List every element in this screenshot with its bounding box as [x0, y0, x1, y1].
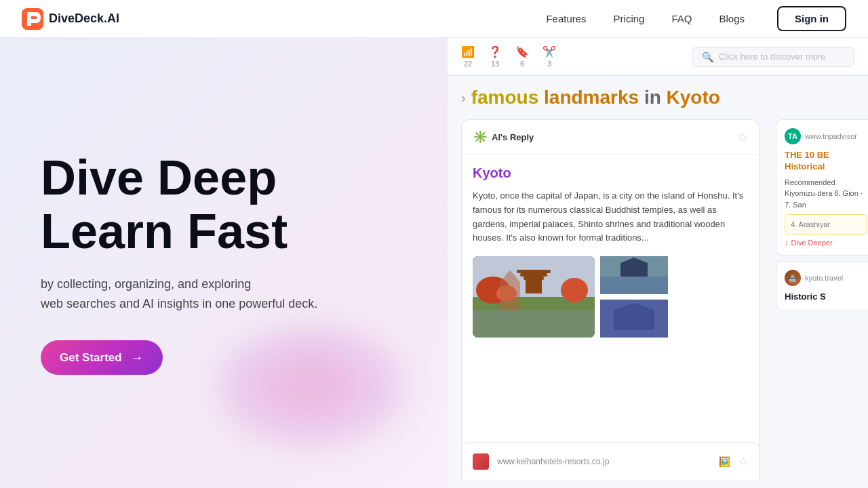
- kyoto-image-svg: [473, 256, 595, 338]
- kyoto-image-2: [600, 256, 668, 294]
- search-icon: 🔍: [702, 52, 713, 62]
- query-word2: landmarks: [544, 87, 639, 108]
- search-placeholder: Click here to discover more: [719, 52, 826, 62]
- brand-name: DiveDeck.AI: [49, 12, 119, 26]
- hero-title-line1: Dive Deep: [41, 150, 277, 205]
- keihan-card: www.keihanhotels-resorts.co.jp 🖼️ ☆: [461, 442, 760, 480]
- query-text: famous landmarks in Kyoto: [471, 87, 720, 108]
- stat-bookmarks-value: 6: [520, 60, 524, 68]
- dive-deeper-icon: ↓: [785, 239, 789, 247]
- ai-magic-icon: ✳️: [473, 129, 488, 144]
- ai-card-body: Kyoto Kyoto, once the capital of Japan, …: [462, 155, 759, 452]
- ai-reply-card: ✳️ AI's Reply ☆ Kyoto Kyoto, once the ca…: [461, 119, 760, 480]
- bookmark-icon: 🔖: [515, 45, 529, 58]
- ai-reply-label: AI's Reply: [492, 132, 534, 142]
- stat-signals: 📶 22: [461, 45, 475, 68]
- svg-rect-6: [524, 277, 544, 280]
- svg-rect-14: [620, 263, 648, 277]
- tripadvisor-dive-deeper[interactable]: ↓ Dive Deeper: [785, 239, 867, 247]
- cards-area: ✳️ AI's Reply ☆ Kyoto Kyoto, once the ca…: [448, 119, 868, 480]
- chevron-icon: ›: [461, 90, 466, 106]
- kyoto-main-image: [473, 256, 595, 338]
- kyoto-travel-header: 🏯 kyoto.travel: [785, 270, 867, 286]
- keihan-icon: [473, 453, 489, 470]
- hero-subtitle: by collecting, organizing, and exploring…: [41, 274, 407, 314]
- tripadvisor-body: Recommended Kiyomizu-dera 6. Gion · 7. S…: [785, 177, 867, 211]
- kyoto-image-3: [600, 300, 668, 338]
- ai-card-body-text: Kyoto, once the capital of Japan, is a c…: [473, 189, 748, 245]
- deck-toolbar: 📶 22 ❓ 13 🔖 6 ✂️ 3 🔍 Click here to disco…: [448, 38, 868, 76]
- query-word4: Kyoto: [667, 87, 720, 108]
- query-word1: famous: [471, 87, 539, 108]
- cta-label: Get Started: [60, 351, 122, 365]
- svg-rect-11: [473, 310, 595, 338]
- svg-rect-4: [517, 270, 551, 273]
- search-bar[interactable]: 🔍 Click here to discover more: [692, 47, 854, 67]
- nav-faq[interactable]: FAQ: [671, 13, 692, 24]
- signals-icon: 📶: [461, 45, 475, 58]
- keihan-star-icon[interactable]: ☆: [738, 455, 748, 468]
- keihan-domain: www.keihanhotels-resorts.co.jp: [497, 457, 609, 466]
- svg-point-9: [561, 278, 588, 302]
- svg-rect-5: [520, 273, 547, 277]
- ai-card-header: ✳️ AI's Reply ☆: [462, 120, 759, 155]
- svg-rect-7: [526, 280, 542, 293]
- star-icon[interactable]: ☆: [737, 129, 748, 144]
- kyoto-img3-svg: [600, 300, 668, 338]
- kyoto-img2-svg: [600, 256, 668, 294]
- tripadvisor-card: TA www.tripadvisor THE 10 BE Historical …: [776, 119, 868, 256]
- svg-point-10: [496, 285, 517, 302]
- stat-clips-value: 3: [547, 60, 551, 68]
- nav-pricing[interactable]: Pricing: [614, 13, 645, 24]
- hero-section: Dive Deep Learn Fast by collecting, orga…: [0, 38, 448, 488]
- signin-button[interactable]: Sign in: [777, 6, 846, 31]
- keihan-actions: 🖼️ ☆: [719, 455, 748, 468]
- kyoto-travel-domain: kyoto.travel: [805, 274, 843, 282]
- get-started-button[interactable]: Get Started →: [41, 340, 163, 375]
- dive-deeper-text: Dive Deeper: [791, 239, 833, 247]
- tripadvisor-header: TA www.tripadvisor: [785, 128, 867, 144]
- arrow-icon: →: [130, 350, 144, 365]
- scissors-icon: ✂️: [542, 45, 556, 58]
- kyoto-travel-icon: 🏯: [785, 270, 801, 286]
- hero-title-line2: Learn Fast: [41, 204, 288, 258]
- svg-point-8: [476, 277, 510, 304]
- ai-card-title: Kyoto: [473, 165, 748, 181]
- nav-features[interactable]: Features: [546, 13, 586, 24]
- nav-blogs[interactable]: Blogs: [719, 13, 745, 24]
- toolbar-stats: 📶 22 ❓ 13 🔖 6 ✂️ 3: [461, 45, 556, 68]
- stat-questions: ❓ 13: [488, 45, 502, 68]
- logo[interactable]: DiveDeck.AI: [22, 8, 119, 30]
- hero-subtitle-line2: web searches and AI insights in one powe…: [41, 297, 317, 310]
- question-icon: ❓: [488, 45, 502, 58]
- decorative-blob: [217, 325, 407, 447]
- ai-images-secondary: [600, 256, 668, 338]
- side-cards-column: TA www.tripadvisor THE 10 BE Historical …: [768, 119, 868, 480]
- deck-panel: 📶 22 ❓ 13 🔖 6 ✂️ 3 🔍 Click here to disco…: [448, 38, 868, 488]
- tripadvisor-title: THE 10 BE Historical: [785, 150, 867, 173]
- keihan-image-icon[interactable]: 🖼️: [719, 456, 730, 467]
- stat-clips: ✂️ 3: [542, 45, 556, 68]
- navbar: DiveDeck.AI Features Pricing FAQ Blogs S…: [0, 0, 868, 38]
- tripadvisor-icon: TA: [785, 128, 801, 144]
- hero-subtitle-line1: by collecting, organizing, and exploring: [41, 277, 251, 291]
- ai-badge: ✳️ AI's Reply: [473, 129, 534, 144]
- query-word3: in: [644, 87, 661, 108]
- logo-icon: [22, 8, 43, 30]
- tripadvisor-domain: www.tripadvisor: [805, 132, 857, 140]
- kyoto-travel-title: Historic S: [785, 291, 867, 302]
- ai-images: [473, 256, 748, 338]
- cards-row: ✳️ AI's Reply ☆ Kyoto Kyoto, once the ca…: [461, 119, 854, 480]
- svg-rect-13: [600, 277, 668, 294]
- arashiyama-snippet: 4. Arashiyar: [785, 214, 867, 235]
- svg-rect-17: [614, 310, 654, 330]
- nav-links: Features Pricing FAQ Blogs: [546, 13, 745, 24]
- stat-bookmarks: 🔖 6: [515, 45, 529, 68]
- stat-signals-value: 22: [464, 60, 472, 68]
- stat-questions-value: 13: [491, 60, 499, 68]
- kyoto-travel-card: 🏯 kyoto.travel Historic S: [776, 261, 868, 310]
- arashiyama-text: 4. Arashiyar: [791, 220, 830, 228]
- query-heading: › famous landmarks in Kyoto: [448, 76, 868, 119]
- hero-title: Dive Deep Learn Fast: [41, 151, 407, 258]
